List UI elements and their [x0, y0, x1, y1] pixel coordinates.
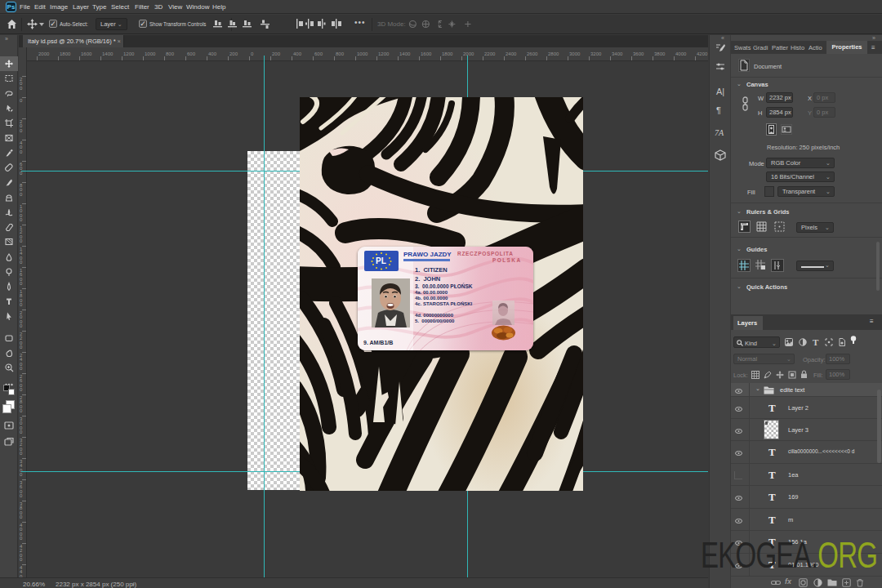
svg-text:¶: ¶ [716, 105, 721, 115]
svg-text:7A: 7A [715, 128, 724, 137]
svg-text:A|: A| [716, 87, 724, 96]
